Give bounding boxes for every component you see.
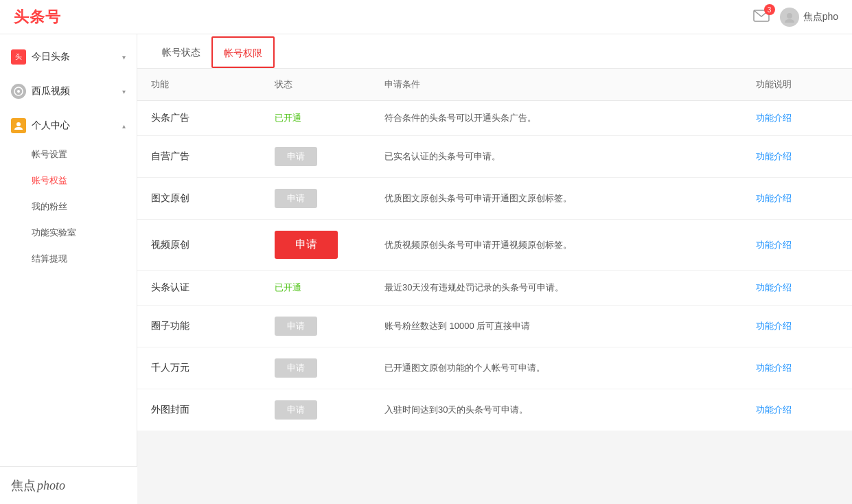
table-row: 自营广告 申请 已实名认证的头条号可申请。 功能介绍 bbox=[137, 136, 852, 178]
feature-name: 视频原创 bbox=[151, 239, 275, 251]
col-funcdesc: 功能说明 bbox=[756, 78, 838, 91]
condition-text: 已开通图文原创功能的个人帐号可申请。 bbox=[384, 362, 756, 374]
apply-btn-cell: 申请 bbox=[275, 317, 384, 336]
col-condition: 申请条件 bbox=[384, 78, 756, 91]
personal-sub-items: 帐号设置 账号权益 我的粉丝 功能实验室 结算提现 bbox=[0, 141, 137, 272]
personal-label: 个人中心 bbox=[32, 119, 70, 132]
sidebar-item-zhanghao-quanyi[interactable]: 账号权益 bbox=[0, 168, 137, 194]
table-row: 视频原创 申请 优质视频原创头条号可申请开通视频原创标签。 功能介绍 bbox=[137, 220, 852, 271]
sidebar-section-jintoutiao: 头 今日头条 ▾ bbox=[0, 41, 137, 73]
tabs-bar: 帐号状态 帐号权限 bbox=[137, 34, 852, 69]
tab-zhanghao-quanxian[interactable]: 帐号权限 bbox=[211, 36, 275, 68]
table-container: 功能 状态 申请条件 功能说明 头条广告 已开通 符合条件的头条号可以开通头条广… bbox=[137, 69, 852, 431]
col-feature: 功能 bbox=[151, 78, 275, 91]
condition-text: 入驻时间达到30天的头条号可申请。 bbox=[384, 404, 756, 416]
table-row: 头条广告 已开通 符合条件的头条号可以开通头条广告。 功能介绍 bbox=[137, 101, 852, 136]
sidebar-item-zhanghao-shezhi[interactable]: 帐号设置 bbox=[0, 141, 137, 168]
svg-point-4 bbox=[16, 122, 21, 126]
user-menu[interactable]: 焦点pho bbox=[780, 8, 838, 27]
layout: 头 今日头条 ▾ 西瓜视频 ▾ bbox=[0, 34, 852, 504]
condition-text: 最近30天没有违规处罚记录的头条号可申请。 bbox=[384, 282, 756, 294]
apply-button[interactable]: 申请 bbox=[275, 358, 317, 378]
sidebar-item-xigua[interactable]: 西瓜视频 ▾ bbox=[0, 76, 137, 107]
focus-photo-cn: 焦点 bbox=[11, 479, 36, 492]
mail-badge: 3 bbox=[764, 4, 775, 15]
col-status: 状态 bbox=[275, 78, 384, 91]
apply-btn-cell: 申请 bbox=[275, 147, 384, 166]
status-open: 已开通 bbox=[275, 282, 384, 294]
svg-point-1 bbox=[787, 13, 792, 19]
feature-name: 外图封面 bbox=[151, 404, 275, 416]
sidebar: 头 今日头条 ▾ 西瓜视频 ▾ bbox=[0, 34, 137, 504]
main-content: 帐号状态 帐号权限 功能 状态 申请条件 功能说明 头条广告 已开通 符合条件的… bbox=[137, 34, 852, 504]
apply-btn-cell: 申请 bbox=[275, 231, 384, 259]
focus-photo-logo: 焦点photo bbox=[11, 477, 126, 494]
func-link[interactable]: 功能介绍 bbox=[756, 320, 838, 332]
xigua-icon bbox=[11, 84, 26, 99]
apply-btn-cell: 申请 bbox=[275, 358, 384, 378]
header-right: 3 焦点pho bbox=[753, 8, 838, 27]
sidebar-bottom-logo: 焦点photo bbox=[0, 466, 137, 504]
func-link[interactable]: 功能介绍 bbox=[756, 239, 838, 251]
jintoutiao-label: 今日头条 bbox=[32, 51, 70, 63]
func-link[interactable]: 功能介绍 bbox=[756, 282, 838, 294]
condition-text: 优质图文原创头条号可申请开通图文原创标签。 bbox=[384, 192, 756, 205]
table-row: 图文原创 申请 优质图文原创头条号可申请开通图文原创标签。 功能介绍 bbox=[137, 178, 852, 220]
chevron-down-icon: ▾ bbox=[122, 54, 126, 61]
feature-name: 图文原创 bbox=[151, 192, 275, 205]
sidebar-item-gongneng-shiyanshe[interactable]: 功能实验室 bbox=[0, 220, 137, 246]
condition-text: 符合条件的头条号可以开通头条广告。 bbox=[384, 112, 756, 124]
table-row: 外图封面 申请 入驻时间达到30天的头条号可申请。 功能介绍 bbox=[137, 389, 852, 431]
chevron-up-icon: ▴ bbox=[122, 122, 126, 130]
func-link[interactable]: 功能介绍 bbox=[756, 404, 838, 416]
func-link[interactable]: 功能介绍 bbox=[756, 112, 838, 124]
apply-btn-cell: 申请 bbox=[275, 189, 384, 208]
condition-text: 优质视频原创头条号可申请开通视频原创标签。 bbox=[384, 239, 756, 251]
apply-button[interactable]: 申请 bbox=[275, 189, 317, 208]
sidebar-item-wode-fensi[interactable]: 我的粉丝 bbox=[0, 194, 137, 220]
status-open: 已开通 bbox=[275, 112, 384, 124]
table-row: 头条认证 已开通 最近30天没有违规处罚记录的头条号可申请。 功能介绍 bbox=[137, 271, 852, 306]
apply-btn-cell: 申请 bbox=[275, 400, 384, 420]
feature-name: 圈子功能 bbox=[151, 320, 275, 332]
apply-button[interactable]: 申请 bbox=[275, 317, 317, 336]
tab-zhanghao-zhuangtai[interactable]: 帐号状态 bbox=[151, 37, 211, 69]
feature-name: 千人万元 bbox=[151, 362, 275, 374]
logo: 头条号 bbox=[14, 7, 61, 27]
condition-text: 已实名认证的头条号可申请。 bbox=[384, 150, 756, 163]
feature-name: 自营广告 bbox=[151, 150, 275, 163]
focus-photo-en: photo bbox=[37, 479, 65, 492]
sidebar-item-jiesuantixian[interactable]: 结算提现 bbox=[0, 246, 137, 272]
condition-text: 账号粉丝数达到 10000 后可直接申请 bbox=[384, 320, 756, 332]
apply-button-red[interactable]: 申请 bbox=[275, 231, 338, 259]
table-header: 功能 状态 申请条件 功能说明 bbox=[137, 69, 852, 101]
func-link[interactable]: 功能介绍 bbox=[756, 192, 838, 205]
sidebar-item-personal[interactable]: 个人中心 ▴ bbox=[0, 110, 137, 141]
personal-icon bbox=[11, 118, 26, 133]
chevron-down-icon: ▾ bbox=[122, 88, 126, 95]
jintoutiao-icon: 头 bbox=[11, 49, 26, 65]
func-link[interactable]: 功能介绍 bbox=[756, 150, 838, 163]
feature-name: 头条认证 bbox=[151, 282, 275, 294]
table-row: 千人万元 申请 已开通图文原创功能的个人帐号可申请。 功能介绍 bbox=[137, 347, 852, 389]
sidebar-item-jintoutiao[interactable]: 头 今日头条 ▾ bbox=[0, 41, 137, 73]
sidebar-section-xigua: 西瓜视频 ▾ bbox=[0, 76, 137, 107]
func-link[interactable]: 功能介绍 bbox=[756, 362, 838, 374]
header: 头条号 3 焦点pho bbox=[0, 0, 852, 34]
mail-button[interactable]: 3 bbox=[753, 10, 770, 24]
avatar bbox=[780, 8, 799, 27]
sidebar-section-personal: 个人中心 ▴ 帐号设置 账号权益 我的粉丝 功能实验室 结算提现 bbox=[0, 110, 137, 272]
xigua-label: 西瓜视频 bbox=[32, 85, 70, 98]
feature-name: 头条广告 bbox=[151, 112, 275, 124]
apply-button[interactable]: 申请 bbox=[275, 400, 317, 420]
table-row: 圈子功能 申请 账号粉丝数达到 10000 后可直接申请 功能介绍 bbox=[137, 306, 852, 347]
svg-point-3 bbox=[17, 90, 20, 93]
user-name: 焦点pho bbox=[803, 11, 838, 23]
apply-button[interactable]: 申请 bbox=[275, 147, 317, 166]
